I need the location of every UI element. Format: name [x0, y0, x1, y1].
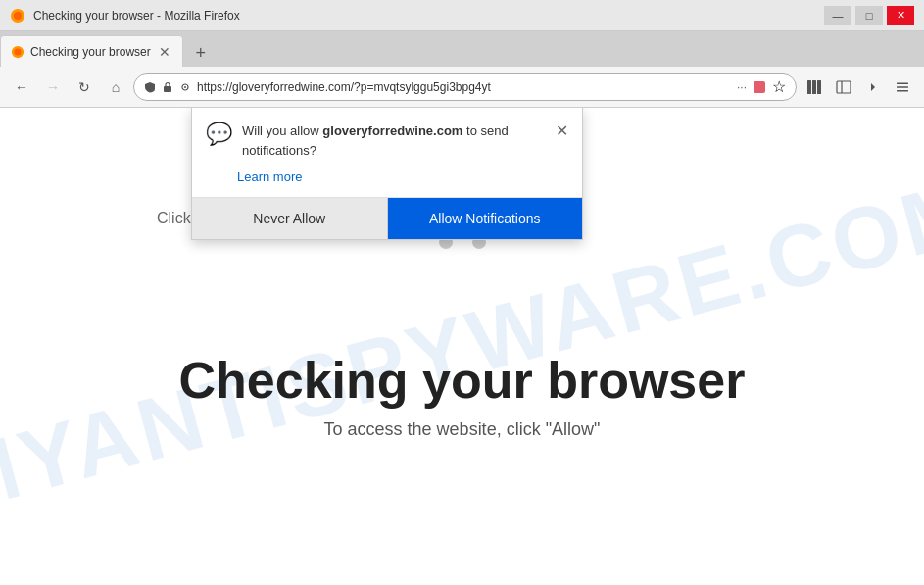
library-icon: [806, 79, 822, 95]
home-button[interactable]: ⌂: [102, 73, 129, 101]
svg-point-3: [15, 48, 22, 55]
overflow-icon: [865, 79, 881, 95]
chat-icon: 💬: [206, 122, 232, 147]
svg-rect-4: [164, 86, 171, 92]
tab-favicon-icon: [11, 45, 24, 59]
never-allow-button[interactable]: Never Allow: [192, 198, 388, 239]
popup-header: 💬 Will you allow gloveryforredwine.com t…: [192, 108, 582, 168]
main-title: Checking your browser: [179, 351, 746, 410]
library-button[interactable]: [801, 73, 828, 101]
title-bar-controls: — □ ✕: [824, 6, 914, 25]
refresh-button[interactable]: ↻: [71, 73, 98, 101]
active-tab[interactable]: Checking your browser ✕: [0, 35, 183, 67]
close-button[interactable]: ✕: [887, 6, 914, 25]
svg-point-6: [184, 86, 186, 88]
menu-button[interactable]: [889, 73, 916, 101]
svg-point-1: [14, 12, 22, 20]
popup-domain: gloveryforredwine.com: [322, 123, 462, 138]
allow-notifications-button[interactable]: Allow Notifications: [388, 198, 583, 239]
more-icon[interactable]: ···: [737, 80, 747, 94]
firefox-logo-icon: [10, 8, 25, 24]
camera-icon: [179, 81, 191, 93]
browser-content: 💬 Will you allow gloveryforredwine.com t…: [0, 108, 924, 585]
tab-bar: Checking your browser ✕ +: [0, 31, 924, 67]
toolbar-right: [801, 73, 916, 101]
forward-button[interactable]: →: [39, 73, 67, 101]
back-button[interactable]: ←: [8, 73, 35, 101]
sub-title: To access the website, click "Allow": [324, 419, 601, 440]
address-bar[interactable]: https://gloveryforredwine.com/?p=mvqtsyl…: [133, 73, 797, 101]
svg-rect-10: [817, 80, 821, 94]
popup-close-button[interactable]: ✕: [556, 122, 568, 140]
window-title: Checking your browser - Mozilla Firefox: [33, 9, 240, 23]
popup-message-prefix: Will you allow: [242, 123, 322, 138]
svg-rect-8: [807, 80, 811, 94]
new-tab-button[interactable]: +: [187, 39, 215, 67]
title-bar-left: Checking your browser - Mozilla Firefox: [10, 8, 240, 24]
svg-rect-9: [812, 80, 816, 94]
svg-rect-14: [897, 86, 908, 88]
tab-close-button[interactable]: ✕: [157, 44, 172, 60]
sidebar-icon: [836, 79, 851, 95]
lock-icon: [162, 81, 173, 93]
popup-learn-more: Learn more: [192, 168, 582, 197]
url-text: https://gloveryforredwine.com/?p=mvqtsyl…: [197, 80, 731, 94]
address-icons: ···: [737, 80, 747, 94]
svg-rect-13: [897, 82, 908, 84]
notification-popup: 💬 Will you allow gloveryforredwine.com t…: [191, 108, 583, 240]
svg-rect-7: [754, 81, 765, 93]
shield-icon: [144, 81, 156, 93]
hamburger-icon: [895, 79, 910, 95]
overflow-button[interactable]: [859, 73, 887, 101]
popup-message: Will you allow gloveryforredwine.com to …: [242, 122, 542, 160]
maximize-button[interactable]: □: [855, 6, 883, 25]
pocket-icon: [753, 80, 766, 94]
minimize-button[interactable]: —: [824, 6, 851, 25]
tab-label: Checking your browser: [30, 45, 151, 59]
bookmark-icon[interactable]: ☆: [772, 77, 786, 96]
nav-bar: ← → ↻ ⌂ https://gloveryforredwine.com/?p…: [0, 67, 924, 108]
sidebar-button[interactable]: [830, 73, 857, 101]
learn-more-link[interactable]: Learn more: [237, 170, 302, 184]
svg-rect-15: [897, 90, 908, 92]
popup-buttons: Never Allow Allow Notifications: [192, 197, 582, 239]
svg-rect-11: [837, 81, 851, 93]
title-bar: Checking your browser - Mozilla Firefox …: [0, 0, 924, 31]
